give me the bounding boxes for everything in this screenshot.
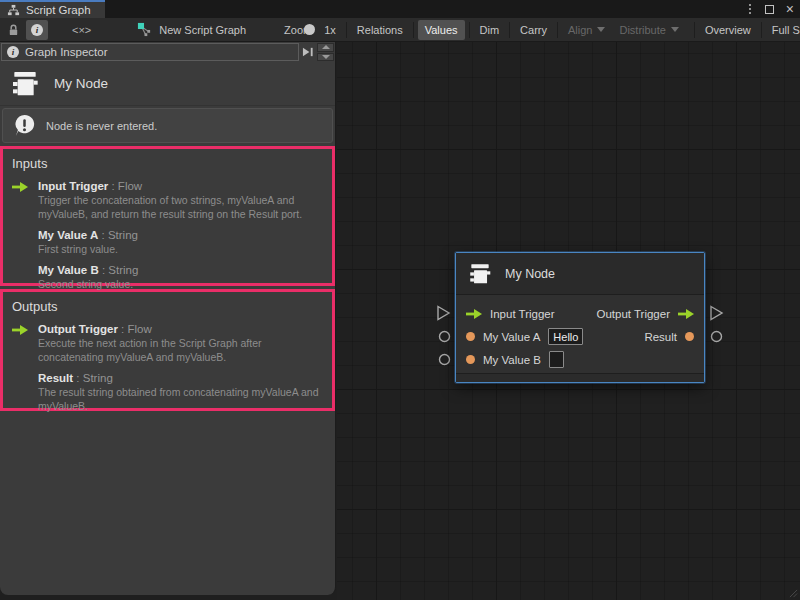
input-flow-connector[interactable] <box>436 305 451 321</box>
maximize-icon[interactable] <box>765 5 774 14</box>
zoom-value: 1x <box>324 18 343 42</box>
input-value-connector-b[interactable] <box>438 353 451 366</box>
port-type: : Flow <box>118 323 152 335</box>
port-entry-result: Result : String The result string obtain… <box>12 372 326 414</box>
outputs-heading: Outputs <box>12 299 326 314</box>
align-label: Align <box>568 24 592 36</box>
close-icon[interactable]: × <box>786 3 794 15</box>
toolbar-separator <box>694 22 695 38</box>
outputs-section: Outputs Output Trigger : Flow Execute th… <box>0 289 335 411</box>
value-port-icon[interactable] <box>466 332 475 341</box>
flow-arrow-icon <box>12 180 30 222</box>
graph-asset-button[interactable]: New Script Graph <box>130 18 253 42</box>
port-name: My Value A <box>38 229 98 241</box>
my-node[interactable]: My Node Input Trigger Output Trigger My … <box>455 252 705 383</box>
relations-button[interactable]: Relations <box>350 18 410 42</box>
port-description: The result string obtained from concaten… <box>38 386 326 414</box>
code-view-button[interactable]: <×> <box>65 18 98 42</box>
flow-arrow-icon[interactable] <box>466 309 482 319</box>
toolbar-separator <box>413 22 414 38</box>
value-port-icon <box>12 264 30 292</box>
toolbar-separator <box>469 22 470 38</box>
node-footer <box>456 373 704 382</box>
script-graph-asset-icon <box>137 22 152 37</box>
cycle-up-button[interactable] <box>317 43 334 52</box>
distribute-label: Distribute <box>619 24 665 36</box>
lock-button[interactable] <box>2 18 25 42</box>
overview-button[interactable]: Overview <box>698 18 758 42</box>
info-icon: i <box>7 46 19 58</box>
window-controls: × <box>747 2 794 16</box>
carry-button[interactable]: Carry <box>513 18 554 42</box>
warning-text: Node is never entered. <box>46 120 157 132</box>
inspector-toggle-button[interactable]: i <box>26 20 48 40</box>
inspected-node-title: My Node <box>54 76 108 91</box>
flow-arrow-icon[interactable] <box>678 309 694 319</box>
graph-hierarchy-icon <box>7 4 20 17</box>
port-name: Input Trigger <box>38 180 108 192</box>
value-port-icon[interactable] <box>466 355 475 364</box>
value-port-icon <box>12 229 30 257</box>
value-port-icon <box>12 372 30 414</box>
output-value-connector[interactable] <box>710 330 723 343</box>
menu-kebab-icon[interactable] <box>747 3 753 15</box>
node-row-trigger: Input Trigger Output Trigger <box>456 302 704 325</box>
node-row-value-b: My Value B <box>456 348 704 371</box>
panel-cycler <box>317 43 334 61</box>
align-button[interactable]: Align <box>561 18 612 42</box>
port-name: Output Trigger <box>38 323 118 335</box>
graph-canvas[interactable]: My Node Input Trigger Output Trigger My … <box>337 42 800 600</box>
node-row-value-a: My Value A Hello Result <box>456 325 704 348</box>
toolbar-separator <box>761 22 762 38</box>
port-entry-my-value-b: My Value B : String Second string value. <box>12 264 326 292</box>
toolbar-separator <box>509 22 510 38</box>
port-type: : String <box>98 229 138 241</box>
output-flow-connector[interactable] <box>709 305 724 321</box>
graph-inspector-header: i Graph Inspector <box>0 42 335 62</box>
zoom-slider-knob[interactable] <box>304 24 315 35</box>
cycle-down-button[interactable] <box>317 53 334 62</box>
port-type: : String <box>73 372 113 384</box>
port-name: Result <box>38 372 73 384</box>
triangle-down-icon <box>322 55 330 59</box>
port-description: Second string value. <box>38 278 138 292</box>
port-description: Execute the next action in the Script Gr… <box>38 337 326 365</box>
my-value-a-label: My Value A <box>483 331 540 343</box>
unit-node-icon <box>467 261 493 287</box>
graph-inspector-titlebox[interactable]: i Graph Inspector <box>1 43 299 61</box>
warning-box: Node is never entered. <box>2 108 333 143</box>
distribute-button[interactable]: Distribute <box>612 18 685 42</box>
port-entry-my-value-a: My Value A : String First string value. <box>12 229 326 257</box>
value-port-icon[interactable] <box>685 332 694 341</box>
toolbar-separator <box>346 22 347 38</box>
dim-button[interactable]: Dim <box>473 18 507 42</box>
info-icon: i <box>31 24 43 36</box>
toolbar-separator <box>557 22 558 38</box>
my-value-b-field[interactable] <box>549 351 564 368</box>
node-ports: Input Trigger Output Trigger My Value A … <box>456 295 704 371</box>
node-header[interactable]: My Node <box>456 253 704 295</box>
dock-panel-button[interactable] <box>299 42 317 62</box>
port-name: My Value B <box>38 264 99 276</box>
my-value-b-label: My Value B <box>483 354 541 366</box>
graph-inspector-panel: i Graph Inspector My Node <box>0 42 336 595</box>
full-screen-button[interactable]: Full Screen <box>765 18 800 42</box>
dock-right-icon <box>302 46 314 58</box>
result-label: Result <box>644 331 677 343</box>
port-entry-output-trigger: Output Trigger : Flow Execute the next a… <box>12 323 326 365</box>
chevron-down-icon <box>597 27 605 32</box>
my-value-a-field[interactable]: Hello <box>548 328 583 345</box>
flow-arrow-icon <box>12 323 30 365</box>
output-trigger-label: Output Trigger <box>596 308 670 320</box>
port-type: : Flow <box>108 180 142 192</box>
graph-toolbar: i <×> New Script Graph Zoom 1x Relations… <box>0 18 800 42</box>
inputs-section: Inputs Input Trigger : Flow Trigger the … <box>0 146 335 286</box>
unit-node-icon <box>9 68 41 100</box>
tab-script-graph[interactable]: Script Graph <box>0 0 105 18</box>
node-title: My Node <box>505 267 555 281</box>
window-tab-bar: Script Graph × <box>0 0 800 18</box>
lock-icon <box>7 23 20 37</box>
resize-grip-icon[interactable] <box>789 589 798 598</box>
input-value-connector-a[interactable] <box>438 330 451 343</box>
values-button[interactable]: Values <box>418 20 465 40</box>
